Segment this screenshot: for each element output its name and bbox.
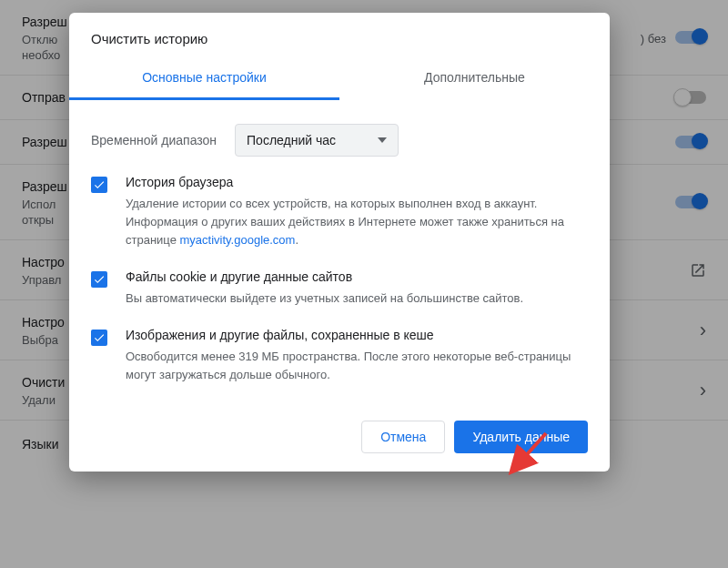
time-range-row: Временной диапазон Последний час bbox=[69, 100, 610, 166]
option-description: Освободится менее 319 МБ пространства. П… bbox=[126, 348, 588, 384]
option-title: Изображения и другие файлы, сохраненные … bbox=[126, 328, 588, 342]
confirm-delete-button[interactable]: Удалить данные bbox=[454, 421, 588, 453]
time-range-label: Временной диапазон bbox=[91, 133, 217, 147]
desc-text: . bbox=[295, 233, 298, 247]
option-title: Файлы cookie и другие данные сайтов bbox=[126, 269, 588, 284]
dialog-tabs: Основные настройки Дополнительные bbox=[69, 59, 610, 100]
time-range-value: Последний час bbox=[247, 133, 336, 147]
option-text: Файлы cookie и другие данные сайтов Вы а… bbox=[126, 269, 588, 308]
clear-history-dialog: Очистить историю Основные настройки Допо… bbox=[69, 13, 610, 472]
option-text: Изображения и другие файлы, сохраненные … bbox=[126, 328, 588, 384]
option-cookies: Файлы cookie и другие данные сайтов Вы а… bbox=[91, 269, 588, 308]
chevron-down-icon bbox=[378, 137, 387, 143]
dialog-actions: Отмена Удалить данные bbox=[69, 404, 610, 453]
cancel-button[interactable]: Отмена bbox=[361, 421, 445, 453]
option-cached-files: Изображения и другие файлы, сохраненные … bbox=[91, 328, 588, 384]
tab-basic[interactable]: Основные настройки bbox=[69, 59, 339, 100]
checkbox[interactable] bbox=[91, 177, 107, 193]
clear-options-list: История браузера Удаление истории со все… bbox=[69, 166, 610, 384]
option-browsing-history: История браузера Удаление истории со все… bbox=[91, 175, 588, 249]
option-description: Удаление истории со всех устройств, на к… bbox=[126, 195, 588, 249]
checkbox[interactable] bbox=[91, 330, 107, 346]
option-description: Вы автоматически выйдете из учетных запи… bbox=[126, 289, 588, 308]
tab-advanced[interactable]: Дополнительные bbox=[339, 59, 610, 100]
option-title: История браузера bbox=[126, 175, 588, 189]
check-icon bbox=[93, 273, 106, 286]
check-icon bbox=[93, 178, 106, 191]
checkbox[interactable] bbox=[91, 271, 107, 288]
myactivity-link[interactable]: myactivity.google.com bbox=[180, 233, 296, 247]
check-icon bbox=[93, 331, 106, 344]
time-range-select[interactable]: Последний час bbox=[235, 124, 399, 157]
dialog-title: Очистить историю bbox=[69, 13, 610, 59]
option-text: История браузера Удаление истории со все… bbox=[126, 175, 588, 249]
